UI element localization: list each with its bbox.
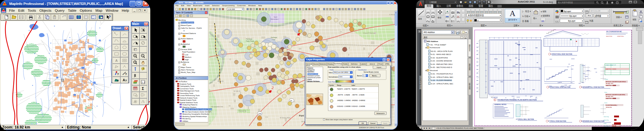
svg-text:FLOOR PRESSURE(-): FLOOR PRESSURE(-) — [606, 105, 617, 106]
svg-text:24A637005 3 重重重: 24A637005 3 重重重 — [606, 85, 616, 86]
svg-text:Elementary: Elementary — [271, 18, 279, 20]
svg-text:GENERAL NOTES: GENERAL NOTES — [494, 104, 506, 105]
svg-text:Fournier St: Fournier St — [239, 110, 246, 112]
svg-text:3 STRUCTURAL STAIR SECTION: 3 STRUCTURAL STAIR SECTION — [549, 87, 570, 88]
svg-text:SPCSAL TYP?: SPCSAL TYP? — [606, 83, 613, 84]
svg-text:5 INTERIOR FULL STAIR SECTION: 5 INTERIOR FULL STAIR SECTION — [581, 87, 604, 88]
svg-text:Criand P Railroad: Criand P Railroad — [363, 32, 376, 34]
svg-text:6 INTERIOR HALF STAIR SECTION: 6 INTERIOR HALF STAIR SECTION — [581, 120, 604, 122]
svg-text:E 4th St: E 4th St — [389, 14, 395, 15]
svg-text:?: ? — [117, 79, 119, 82]
svg-text:SPCSAL TYP?: SPCSAL TYP? — [606, 96, 613, 97]
svg-text:199: 199 — [258, 113, 262, 115]
svg-text:Fort: Fort — [299, 114, 304, 117]
svg-text:30: 30 — [290, 100, 292, 102]
svg-text:2: 2 — [272, 85, 274, 90]
svg-text:Park Plaza: Park Plaza — [246, 40, 255, 42]
svg-text:?: ? — [109, 15, 111, 19]
svg-text:clean: clean — [604, 91, 607, 93]
svg-text:J41 CYO/ROOSTER INC: J41 CYO/ROOSTER INC — [606, 31, 622, 32]
svg-text:Heritage: Heritage — [271, 36, 277, 38]
svg-text:W Lancaster Ave: W Lancaster Ave — [211, 106, 223, 108]
svg-text:W 7th St: W 7th St — [218, 80, 224, 82]
svg-text:SHOP/TEX: SHOP/TEX — [606, 36, 613, 37]
svg-text:4 TYPICAL STAIR SECTION: 4 TYPICAL STAIR SECTION — [548, 120, 566, 122]
svg-text:?P?S?C?N: ?P?S?C?N — [606, 107, 612, 108]
svg-text:24A637005 3 重重重: 24A637005 3 重重重 — [606, 98, 616, 99]
svg-text:?: ? — [125, 79, 127, 82]
svg-text:GRADE BEAM TOP: GRADE BEAM TOP — [605, 65, 616, 66]
svg-text:A: A — [123, 78, 125, 82]
svg-text:earns: earns — [604, 102, 607, 104]
svg-text:W Vickery Blvd: W Vickery Blvd — [280, 117, 290, 119]
svg-text:sheet key: sheet key — [604, 116, 609, 117]
svg-text:W 10th St: W 10th St — [234, 90, 241, 92]
svg-text:APP ELEV CONCRETE SLAB DETAIL: APP ELEV CONCRETE SLAB DETAIL — [606, 94, 625, 95]
svg-text:DRSP/TEXv: DRSP/TEXv — [617, 36, 624, 37]
svg-text:Σ: Σ — [142, 87, 144, 91]
svg-text:24A637005 3 重重重: 24A637005 3 重重重 — [605, 68, 616, 70]
svg-text:1 STRUCTURAL ROOF SECTION: 1 STRUCTURAL ROOF SECTION — [551, 53, 572, 55]
svg-text:A: A — [115, 59, 118, 62]
svg-text:sealed: sealed — [604, 78, 608, 80]
svg-text:2 TYPICAL WALL SECTION: 2 TYPICAL WALL SECTION — [516, 119, 534, 120]
svg-text:drawn by: drawn by — [604, 119, 609, 121]
svg-text:Heritage: Heritage — [246, 38, 252, 40]
svg-text:APP ELEV CONCRETE SLAB DETAILS: APP ELEV CONCRETE SLAB DETAILS — [606, 81, 626, 82]
svg-text:FOUNDATION FRAMING PLAN NORTH: FOUNDATION FRAMING PLAN NORTH SECTION — [497, 99, 537, 101]
svg-text:?: ? — [617, 2, 618, 4]
svg-text:1 2: 1 2 — [142, 81, 145, 84]
svg-text:?: ? — [117, 73, 119, 76]
svg-text:1: 1 — [298, 28, 300, 33]
svg-text:?: ? — [125, 73, 127, 76]
svg-text:wrng: wrng — [604, 123, 606, 124]
svg-text:?: ? — [143, 67, 144, 70]
svg-text:Nash: Nash — [274, 16, 277, 18]
